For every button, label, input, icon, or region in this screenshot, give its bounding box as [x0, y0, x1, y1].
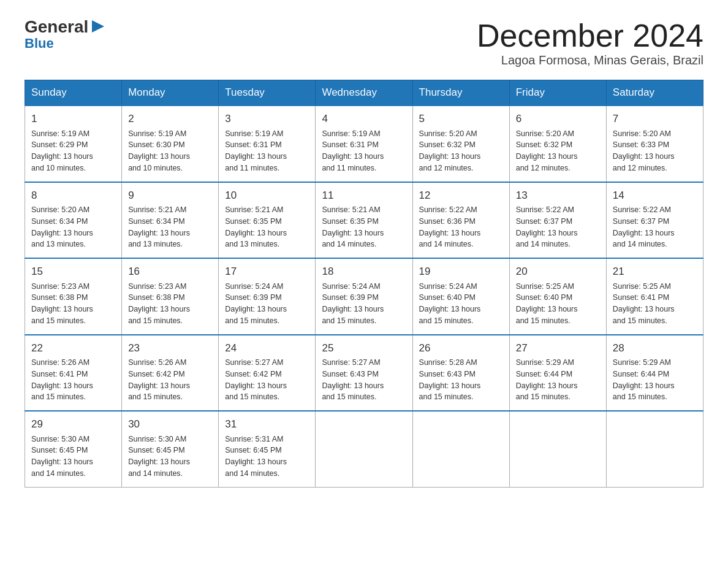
- day-number: 26: [419, 340, 503, 356]
- table-row: 25Sunrise: 5:27 AM Sunset: 6:43 PM Dayli…: [316, 335, 412, 412]
- logo-general: General: [25, 18, 88, 36]
- day-info: Sunrise: 5:20 AM Sunset: 6:32 PM Dayligh…: [516, 128, 600, 174]
- table-row: 20Sunrise: 5:25 AM Sunset: 6:40 PM Dayli…: [509, 258, 606, 335]
- table-row: 14Sunrise: 5:22 AM Sunset: 6:37 PM Dayli…: [606, 182, 703, 259]
- calendar-week-row: 22Sunrise: 5:26 AM Sunset: 6:41 PM Dayli…: [25, 335, 703, 412]
- day-info: Sunrise: 5:23 AM Sunset: 6:38 PM Dayligh…: [128, 281, 212, 327]
- day-info: Sunrise: 5:21 AM Sunset: 6:34 PM Dayligh…: [128, 204, 212, 250]
- calendar-week-row: 15Sunrise: 5:23 AM Sunset: 6:38 PM Dayli…: [25, 258, 703, 335]
- day-info: Sunrise: 5:19 AM Sunset: 6:31 PM Dayligh…: [322, 128, 406, 174]
- table-row: 19Sunrise: 5:24 AM Sunset: 6:40 PM Dayli…: [412, 258, 509, 335]
- calendar-week-row: 8Sunrise: 5:20 AM Sunset: 6:34 PM Daylig…: [25, 182, 703, 259]
- table-row: [509, 411, 606, 487]
- day-number: 3: [225, 111, 309, 127]
- day-number: 21: [613, 264, 697, 280]
- table-row: 7Sunrise: 5:20 AM Sunset: 6:33 PM Daylig…: [606, 105, 703, 182]
- day-info: Sunrise: 5:31 AM Sunset: 6:45 PM Dayligh…: [225, 434, 309, 480]
- day-number: 31: [225, 416, 309, 432]
- table-row: 22Sunrise: 5:26 AM Sunset: 6:41 PM Dayli…: [25, 335, 122, 412]
- logo-blue: Blue: [25, 36, 54, 51]
- day-number: 23: [128, 340, 212, 356]
- table-row: 29Sunrise: 5:30 AM Sunset: 6:45 PM Dayli…: [25, 411, 122, 487]
- table-row: 17Sunrise: 5:24 AM Sunset: 6:39 PM Dayli…: [219, 258, 316, 335]
- day-number: 20: [516, 264, 600, 280]
- table-row: 1Sunrise: 5:19 AM Sunset: 6:29 PM Daylig…: [25, 105, 122, 182]
- day-number: 11: [322, 188, 406, 204]
- table-row: 27Sunrise: 5:29 AM Sunset: 6:44 PM Dayli…: [509, 335, 606, 412]
- table-row: [316, 411, 412, 487]
- table-row: 26Sunrise: 5:28 AM Sunset: 6:43 PM Dayli…: [412, 335, 509, 412]
- day-number: 13: [516, 188, 600, 204]
- location-subtitle: Lagoa Formosa, Minas Gerais, Brazil: [477, 53, 703, 67]
- calendar-week-row: 29Sunrise: 5:30 AM Sunset: 6:45 PM Dayli…: [25, 411, 703, 487]
- day-number: 4: [322, 111, 406, 127]
- day-number: 12: [419, 188, 503, 204]
- month-title: December 2024: [477, 18, 703, 53]
- day-number: 15: [31, 264, 115, 280]
- table-row: 13Sunrise: 5:22 AM Sunset: 6:37 PM Dayli…: [509, 182, 606, 259]
- day-number: 8: [31, 188, 115, 204]
- table-row: 2Sunrise: 5:19 AM Sunset: 6:30 PM Daylig…: [122, 105, 219, 182]
- table-row: 10Sunrise: 5:21 AM Sunset: 6:35 PM Dayli…: [219, 182, 316, 259]
- day-info: Sunrise: 5:24 AM Sunset: 6:39 PM Dayligh…: [225, 281, 309, 327]
- page-header: General Blue December 2024 Lagoa Formosa…: [25, 18, 703, 67]
- table-row: 15Sunrise: 5:23 AM Sunset: 6:38 PM Dayli…: [25, 258, 122, 335]
- day-info: Sunrise: 5:24 AM Sunset: 6:39 PM Dayligh…: [322, 281, 406, 327]
- table-row: 23Sunrise: 5:26 AM Sunset: 6:42 PM Dayli…: [122, 335, 219, 412]
- day-info: Sunrise: 5:20 AM Sunset: 6:33 PM Dayligh…: [613, 128, 697, 174]
- table-row: 8Sunrise: 5:20 AM Sunset: 6:34 PM Daylig…: [25, 182, 122, 259]
- table-row: 21Sunrise: 5:25 AM Sunset: 6:41 PM Dayli…: [606, 258, 703, 335]
- svg-marker-0: [92, 20, 104, 33]
- day-info: Sunrise: 5:21 AM Sunset: 6:35 PM Dayligh…: [322, 204, 406, 250]
- day-info: Sunrise: 5:19 AM Sunset: 6:30 PM Dayligh…: [128, 128, 212, 174]
- day-number: 17: [225, 264, 309, 280]
- logo-arrow-icon: [89, 18, 107, 35]
- day-info: Sunrise: 5:22 AM Sunset: 6:37 PM Dayligh…: [613, 204, 697, 250]
- day-info: Sunrise: 5:26 AM Sunset: 6:42 PM Dayligh…: [128, 357, 212, 403]
- header-friday: Friday: [509, 80, 606, 106]
- calendar-header-row: Sunday Monday Tuesday Wednesday Thursday…: [25, 80, 703, 106]
- day-number: 2: [128, 111, 212, 127]
- day-number: 18: [322, 264, 406, 280]
- table-row: 6Sunrise: 5:20 AM Sunset: 6:32 PM Daylig…: [509, 105, 606, 182]
- day-number: 27: [516, 340, 600, 356]
- table-row: 24Sunrise: 5:27 AM Sunset: 6:42 PM Dayli…: [219, 335, 316, 412]
- day-info: Sunrise: 5:30 AM Sunset: 6:45 PM Dayligh…: [128, 434, 212, 480]
- day-number: 16: [128, 264, 212, 280]
- day-number: 6: [516, 111, 600, 127]
- day-info: Sunrise: 5:24 AM Sunset: 6:40 PM Dayligh…: [419, 281, 503, 327]
- day-info: Sunrise: 5:25 AM Sunset: 6:40 PM Dayligh…: [516, 281, 600, 327]
- day-info: Sunrise: 5:27 AM Sunset: 6:42 PM Dayligh…: [225, 357, 309, 403]
- day-info: Sunrise: 5:22 AM Sunset: 6:36 PM Dayligh…: [419, 204, 503, 250]
- header-tuesday: Tuesday: [219, 80, 316, 106]
- table-row: 28Sunrise: 5:29 AM Sunset: 6:44 PM Dayli…: [606, 335, 703, 412]
- table-row: 9Sunrise: 5:21 AM Sunset: 6:34 PM Daylig…: [122, 182, 219, 259]
- day-info: Sunrise: 5:25 AM Sunset: 6:41 PM Dayligh…: [613, 281, 697, 327]
- day-number: 1: [31, 111, 115, 127]
- table-row: 16Sunrise: 5:23 AM Sunset: 6:38 PM Dayli…: [122, 258, 219, 335]
- header-saturday: Saturday: [606, 80, 703, 106]
- day-number: 29: [31, 416, 115, 432]
- day-number: 9: [128, 188, 212, 204]
- day-number: 30: [128, 416, 212, 432]
- table-row: 18Sunrise: 5:24 AM Sunset: 6:39 PM Dayli…: [316, 258, 412, 335]
- table-row: [412, 411, 509, 487]
- day-number: 10: [225, 188, 309, 204]
- table-row: 11Sunrise: 5:21 AM Sunset: 6:35 PM Dayli…: [316, 182, 412, 259]
- title-area: December 2024 Lagoa Formosa, Minas Gerai…: [477, 18, 703, 67]
- day-info: Sunrise: 5:23 AM Sunset: 6:38 PM Dayligh…: [31, 281, 115, 327]
- calendar-table: Sunday Monday Tuesday Wednesday Thursday…: [25, 80, 703, 488]
- day-number: 28: [613, 340, 697, 356]
- logo: General Blue: [25, 18, 107, 52]
- day-number: 14: [613, 188, 697, 204]
- header-sunday: Sunday: [25, 80, 122, 106]
- day-info: Sunrise: 5:29 AM Sunset: 6:44 PM Dayligh…: [613, 357, 697, 403]
- calendar-week-row: 1Sunrise: 5:19 AM Sunset: 6:29 PM Daylig…: [25, 105, 703, 182]
- header-wednesday: Wednesday: [316, 80, 412, 106]
- header-thursday: Thursday: [412, 80, 509, 106]
- table-row: [606, 411, 703, 487]
- table-row: 12Sunrise: 5:22 AM Sunset: 6:36 PM Dayli…: [412, 182, 509, 259]
- table-row: 4Sunrise: 5:19 AM Sunset: 6:31 PM Daylig…: [316, 105, 412, 182]
- day-info: Sunrise: 5:22 AM Sunset: 6:37 PM Dayligh…: [516, 204, 600, 250]
- table-row: 5Sunrise: 5:20 AM Sunset: 6:32 PM Daylig…: [412, 105, 509, 182]
